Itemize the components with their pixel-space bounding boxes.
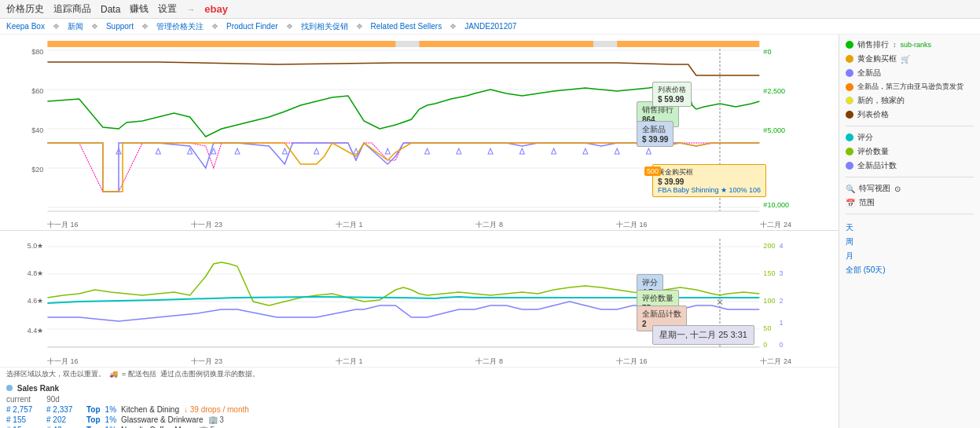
- review-x-label-3: 十二月 1: [336, 357, 363, 367]
- range-week[interactable]: 周: [846, 236, 974, 248]
- svg-rect-8: [593, 41, 617, 47]
- legend-dot-sales-rank: [846, 41, 853, 49]
- promo-link[interactable]: 找到相关促销: [301, 21, 348, 32]
- svg-text:3: 3: [780, 269, 784, 277]
- table-row: # 2,757 # 2,337 Top 1% Kitchen & Dining …: [6, 405, 832, 414]
- svg-text:150: 150: [763, 269, 775, 277]
- chart-area: $80 $60 $40 $20 #0 #2,500 #5,000 #10,000: [0, 35, 839, 428]
- buy-box-count: 500: [644, 166, 661, 176]
- price-chart-container[interactable]: $80 $60 $40 $20 #0 #2,500 #5,000 #10,000: [0, 35, 839, 231]
- keepa-box-link[interactable]: Keepa Box: [6, 22, 45, 31]
- range-options: 天 周 月 全部 (50天): [846, 221, 974, 276]
- svg-text:4.8★: 4.8★: [28, 269, 44, 277]
- legend-divider-3: [846, 214, 974, 214]
- svg-text:#0: #0: [763, 48, 771, 56]
- legend-divider-2: [846, 177, 974, 177]
- svg-text:$40: $40: [31, 126, 43, 134]
- nav-track[interactable]: 追踪商品: [53, 2, 91, 16]
- legend-new-fba[interactable]: 全新品，第三方由亚马逊负责发货: [846, 82, 974, 92]
- svg-text:#10,000: #10,000: [763, 201, 789, 209]
- top-nav: 价格历史 追踪商品 Data 赚钱 设置 → ebay: [0, 0, 980, 19]
- nav-data[interactable]: Data: [101, 4, 120, 15]
- price-chart-svg: $80 $60 $40 $20 #0 #2,500 #5,000 #10,000: [0, 35, 839, 223]
- legend-dot-buy-box: [846, 55, 853, 63]
- legend-list-price[interactable]: 列表价格: [846, 109, 974, 120]
- sub-ranks-link[interactable]: sub-ranks: [901, 41, 932, 49]
- range-month[interactable]: 月: [846, 250, 974, 262]
- svg-text:5.0★: 5.0★: [28, 242, 44, 250]
- svg-text:#2,500: #2,500: [763, 87, 785, 95]
- range-all[interactable]: 全部 (50天): [846, 264, 974, 276]
- nav-earn[interactable]: 赚钱: [130, 2, 149, 16]
- range-day[interactable]: 天: [846, 221, 974, 234]
- svg-text:2: 2: [780, 297, 784, 305]
- svg-text:#5,000: #5,000: [763, 126, 785, 134]
- review-x-label-1: 十一月 16: [47, 357, 79, 367]
- svg-text:$20: $20: [31, 166, 43, 174]
- table-row: # 155 # 202 Top 1% Glassware & Drinkware…: [6, 415, 832, 424]
- x-label-3: 十二月 1: [336, 220, 363, 230]
- review-chart-svg: 5.0★ 4.8★ 4.6★ 4.4★ 200 150 100 50 0 4 3…: [0, 231, 839, 357]
- sales-rank-dot: [6, 385, 13, 391]
- nav-price-history[interactable]: 价格历史: [6, 2, 44, 16]
- review-chart-container[interactable]: 5.0★ 4.8★ 4.6★ 4.4★ 200 150 100 50 0 4 3…: [0, 231, 839, 367]
- svg-text:1: 1: [780, 319, 784, 327]
- x-label-2: 十一月 23: [191, 220, 222, 230]
- sales-rank-title: Sales Rank: [6, 384, 832, 393]
- best-sellers-link[interactable]: Related Best Sellers: [371, 22, 442, 31]
- legend-dot-review-count: [846, 148, 853, 155]
- legend-sales-rank[interactable]: 销售排行 ↕ sub-ranks: [846, 39, 974, 50]
- legend-review-count[interactable]: 评价数量: [846, 146, 974, 157]
- legend-rating[interactable]: 评分: [846, 132, 974, 143]
- review-x-label-5: 十二月 16: [616, 357, 648, 367]
- x-label-4: 十二月 8: [475, 220, 503, 230]
- legend-new-count[interactable]: 全新品计数: [846, 160, 974, 171]
- legend-buy-box[interactable]: 黄金购买框 🛒: [846, 53, 974, 64]
- svg-text:4: 4: [780, 242, 784, 250]
- svg-text:0: 0: [780, 341, 784, 349]
- legend-new[interactable]: 全新品: [846, 68, 974, 79]
- legend-detail-view[interactable]: 🔍 特写视图 ⊙: [846, 183, 974, 194]
- legend-dot-new-count: [846, 162, 853, 170]
- news-link[interactable]: 新闻: [68, 21, 83, 32]
- review-x-label-2: 十一月 23: [191, 357, 222, 367]
- bottom-notes: 选择区域以放大，双击以重置。 🚚 = 配送包括 通过点击图例切换显示的数据。: [0, 367, 839, 381]
- legend-dot-new-fba: [846, 83, 853, 91]
- nav-settings[interactable]: 设置: [158, 2, 177, 16]
- rank-header: current 90d: [6, 395, 832, 404]
- svg-text:$80: $80: [31, 48, 43, 56]
- svg-text:4.6★: 4.6★: [28, 297, 44, 305]
- legend-dot-list-price: [846, 111, 853, 119]
- legend-panel: 销售排行 ↕ sub-ranks 黄金购买框 🛒 全新品 全新品，第三方由亚马逊…: [839, 35, 980, 428]
- user-link[interactable]: JANDE201207: [464, 22, 516, 31]
- ebay-logo: ebay: [204, 3, 228, 15]
- nav-arrow: →: [186, 5, 195, 14]
- legend-dot-new-exclusive: [846, 97, 853, 104]
- svg-text:200: 200: [763, 242, 775, 250]
- x-label-1: 十一月 16: [47, 220, 79, 230]
- svg-text:0: 0: [763, 341, 767, 349]
- main-content: $80 $60 $40 $20 #0 #2,500 #5,000 #10,000: [0, 35, 980, 428]
- product-finder-link[interactable]: Product Finder: [226, 22, 278, 31]
- svg-text:100: 100: [763, 297, 775, 305]
- legend-new-exclusive[interactable]: 新的，独家的: [846, 95, 974, 106]
- svg-text:✕: ✕: [716, 297, 724, 308]
- svg-text:50: 50: [763, 324, 771, 332]
- sales-rank-section: Sales Rank current 90d # 2,757 # 2,337 T…: [0, 381, 839, 428]
- legend-dot-rating: [846, 134, 853, 141]
- support-link[interactable]: Support: [106, 22, 134, 31]
- review-x-label-4: 十二月 8: [475, 357, 503, 367]
- legend-dot-new: [846, 69, 853, 77]
- review-x-label-6: 十二月 24: [760, 357, 791, 367]
- svg-text:4.4★: 4.4★: [28, 327, 44, 335]
- legend-divider-1: [846, 126, 974, 126]
- legend-range[interactable]: 📅 范围: [846, 197, 974, 208]
- svg-rect-7: [395, 41, 419, 47]
- manage-price-link[interactable]: 管理价格关注: [156, 21, 204, 32]
- keepa-bar: Keepa Box ❖ 新闻 ❖ Support ❖ 管理价格关注 ❖ Prod…: [0, 19, 980, 35]
- x-label-5: 十二月 16: [616, 220, 648, 230]
- x-label-6: 十二月 24: [760, 220, 791, 230]
- svg-text:$60: $60: [31, 87, 43, 95]
